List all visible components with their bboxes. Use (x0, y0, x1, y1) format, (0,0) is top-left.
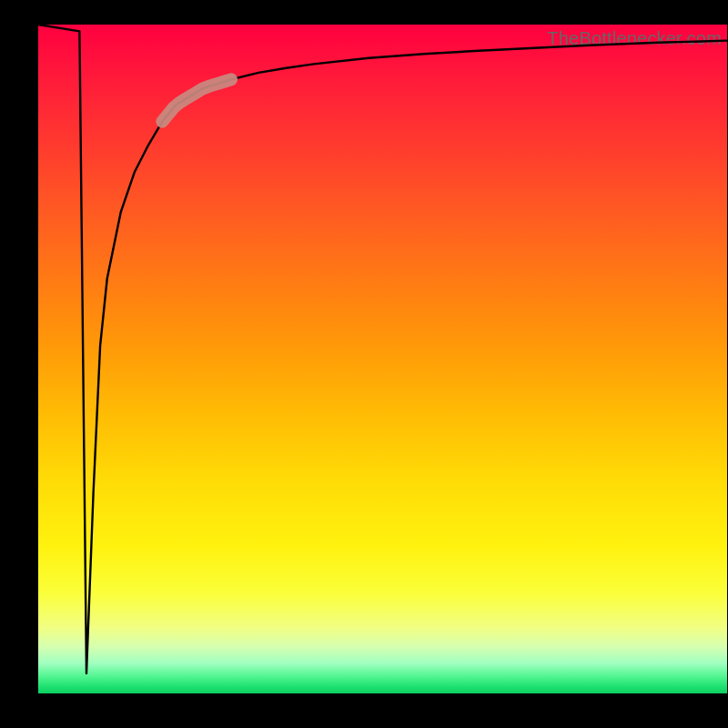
chart-frame: TheBottlenecker.com (0, 0, 728, 728)
curve-line (38, 25, 727, 673)
chart-overlay (38, 25, 727, 693)
plot-area: TheBottlenecker.com (38, 25, 727, 693)
highlight-marker (162, 79, 231, 121)
